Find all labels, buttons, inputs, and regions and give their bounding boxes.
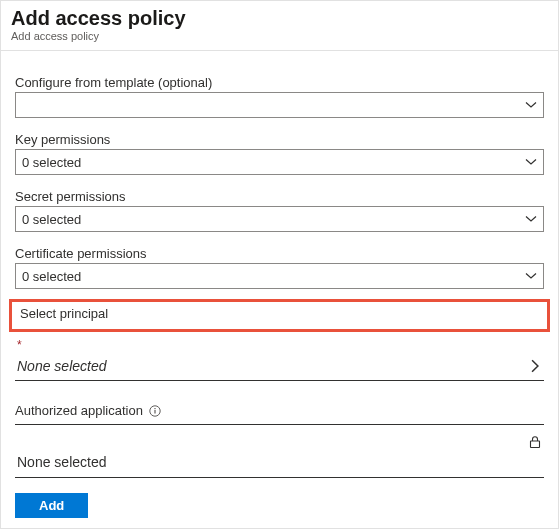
page-subtitle: Add access policy bbox=[11, 30, 548, 42]
key-permissions-label: Key permissions bbox=[15, 132, 544, 147]
chevron-down-icon bbox=[525, 270, 537, 282]
info-icon[interactable] bbox=[149, 405, 161, 417]
form-area: Configure from template (optional) Key p… bbox=[1, 51, 558, 478]
secret-permissions-label: Secret permissions bbox=[15, 189, 544, 204]
certificate-permissions-label: Certificate permissions bbox=[15, 246, 544, 261]
chevron-down-icon bbox=[525, 213, 537, 225]
authorized-application-picker[interactable]: None selected bbox=[15, 449, 544, 478]
authorized-application-label: Authorized application bbox=[15, 403, 143, 418]
chevron-down-icon bbox=[525, 99, 537, 111]
add-button[interactable]: Add bbox=[15, 493, 88, 518]
select-principal-value: None selected bbox=[17, 358, 107, 374]
chevron-down-icon bbox=[525, 156, 537, 168]
template-select[interactable] bbox=[15, 92, 544, 118]
certificate-permissions-select[interactable]: 0 selected bbox=[15, 263, 544, 289]
footer: Add bbox=[15, 493, 88, 518]
key-permissions-select[interactable]: 0 selected bbox=[15, 149, 544, 175]
svg-rect-1 bbox=[154, 410, 155, 414]
required-marker: * bbox=[17, 338, 544, 352]
chevron-right-icon bbox=[528, 359, 542, 373]
authorized-application-label-row: Authorized application bbox=[15, 403, 544, 425]
select-principal-label: Select principal bbox=[20, 306, 539, 321]
secret-permissions-value: 0 selected bbox=[22, 212, 81, 227]
certificate-permissions-value: 0 selected bbox=[22, 269, 81, 284]
page-title: Add access policy bbox=[11, 7, 548, 30]
template-label: Configure from template (optional) bbox=[15, 75, 544, 90]
select-principal-picker[interactable]: None selected bbox=[15, 354, 544, 381]
lock-icon bbox=[528, 435, 542, 449]
authorized-application-value: None selected bbox=[17, 454, 107, 470]
select-principal-highlight: Select principal bbox=[9, 299, 550, 332]
key-permissions-value: 0 selected bbox=[22, 155, 81, 170]
secret-permissions-select[interactable]: 0 selected bbox=[15, 206, 544, 232]
svg-rect-3 bbox=[531, 441, 540, 448]
lock-icon-wrap bbox=[528, 435, 542, 453]
panel-header: Add access policy Add access policy bbox=[1, 1, 558, 51]
svg-rect-2 bbox=[154, 408, 155, 409]
